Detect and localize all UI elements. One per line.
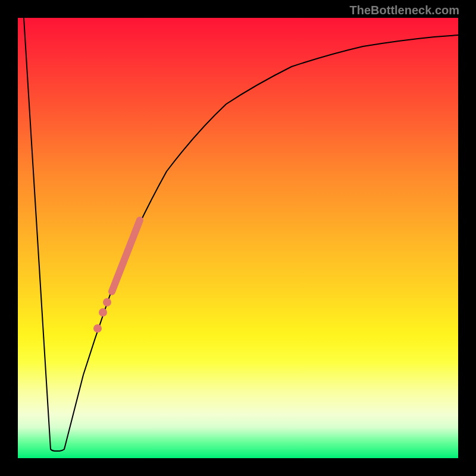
watermark-text: TheBottleneck.com — [350, 4, 459, 17]
curve-layer — [18, 18, 458, 458]
bottleneck-curve — [24, 18, 458, 451]
chart-frame: TheBottleneck.com — [0, 0, 476, 476]
dot-1 — [103, 298, 111, 306]
highlight-band — [112, 220, 140, 292]
plot-area — [18, 18, 458, 458]
dot-2 — [99, 308, 107, 317]
dot-3 — [93, 324, 102, 333]
